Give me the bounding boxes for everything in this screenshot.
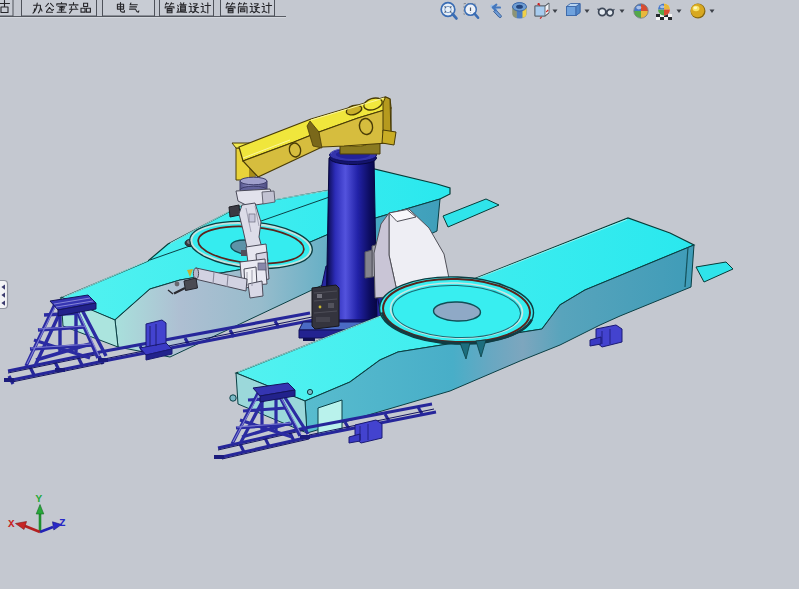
svg-text:Y: Y [36, 493, 43, 505]
svg-text:X: X [8, 518, 15, 530]
svg-text:Z: Z [59, 517, 66, 529]
